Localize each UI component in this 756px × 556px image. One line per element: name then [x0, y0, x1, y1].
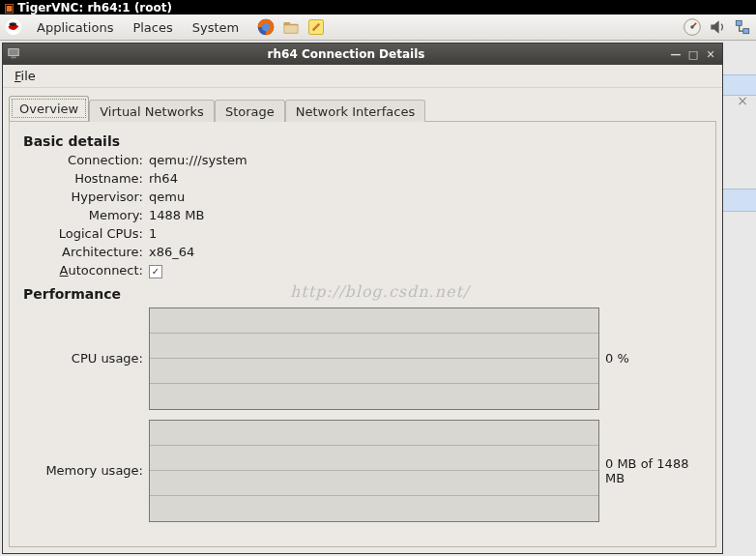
window-titlebar[interactable]: rh64 Connection Details — □ ✕: [3, 44, 722, 65]
svg-rect-5: [284, 22, 291, 25]
svg-rect-10: [736, 20, 741, 25]
cpu-usage-value: 0 %: [605, 351, 702, 366]
cpu-meter-icon[interactable]: [683, 17, 702, 37]
svg-point-9: [690, 25, 693, 28]
menu-system[interactable]: System: [185, 17, 247, 38]
connection-details-window: rh64 Connection Details — □ ✕ File Overv…: [2, 43, 723, 554]
architecture-label: Architecture:: [27, 245, 143, 259]
tabstrip: Overview Virtual Networks Storage Networ…: [9, 96, 716, 121]
firefox-icon[interactable]: [256, 17, 276, 37]
memory-label: Memory:: [27, 208, 143, 222]
window-close-button[interactable]: ✕: [703, 47, 718, 61]
memory-usage-label: Memory usage:: [23, 463, 143, 478]
basic-details-heading: Basic details: [23, 133, 702, 149]
tab-overview[interactable]: Overview: [9, 96, 89, 121]
tab-storage[interactable]: Storage: [215, 100, 285, 122]
file-manager-icon[interactable]: [281, 17, 301, 37]
memory-usage-chart: [149, 420, 599, 522]
window-minimize-button[interactable]: —: [668, 47, 683, 61]
redhat-logo-icon[interactable]: [4, 17, 23, 37]
vnc-title: TigerVNC: rh64:1 (root): [17, 1, 172, 15]
tab-virtual-networks[interactable]: Virtual Networks: [89, 100, 215, 122]
autoconnect-label: Autoconnect:: [27, 263, 143, 278]
logical-cpus-label: Logical CPUs:: [27, 226, 143, 241]
menu-applications[interactable]: Applications: [29, 17, 121, 38]
text-editor-icon[interactable]: [306, 17, 326, 37]
hostname-value: rh64: [149, 171, 702, 186]
svg-point-1: [10, 22, 17, 26]
volume-icon[interactable]: [708, 17, 727, 37]
performance-heading: Performance: [23, 286, 702, 302]
cpu-usage-chart: [149, 307, 599, 410]
svg-rect-13: [11, 56, 15, 58]
background-toolbar-2: [723, 189, 756, 212]
window-title: rh64 Connection Details: [24, 47, 668, 61]
tab-panel-overview: Basic details Connection: qemu:///system…: [9, 121, 716, 547]
hypervisor-label: Hypervisor:: [27, 190, 143, 204]
gnome-panel: Applications Places System: [0, 15, 756, 41]
connection-value: qemu:///system: [149, 153, 702, 167]
cpu-usage-label: CPU usage:: [23, 351, 143, 366]
autoconnect-checkbox[interactable]: ✓: [149, 265, 162, 278]
hostname-label: Hostname:: [27, 171, 143, 186]
memory-usage-value: 0 MB of 1488 MB: [605, 456, 702, 485]
menubar: File: [3, 65, 722, 88]
svg-rect-12: [9, 48, 19, 55]
memory-value: 1488 MB: [149, 208, 702, 222]
menu-file[interactable]: File: [9, 67, 42, 85]
vnc-titlebar: ▣ TigerVNC: rh64:1 (root): [0, 0, 756, 15]
window-maximize-button[interactable]: □: [685, 47, 701, 61]
vnc-icon: ▣: [4, 1, 15, 15]
tab-network-interfaces[interactable]: Network Interfaces: [285, 100, 425, 122]
background-close-icon[interactable]: ×: [737, 93, 748, 108]
menu-places[interactable]: Places: [125, 17, 180, 38]
network-icon[interactable]: [733, 17, 752, 37]
svg-point-3: [262, 23, 270, 31]
svg-rect-11: [743, 29, 749, 34]
svg-rect-6: [285, 25, 298, 33]
connection-label: Connection:: [27, 153, 143, 167]
hypervisor-value: qemu: [149, 190, 702, 204]
logical-cpus-value: 1: [149, 226, 702, 241]
app-icon: [7, 46, 20, 63]
architecture-value: x86_64: [149, 245, 702, 259]
